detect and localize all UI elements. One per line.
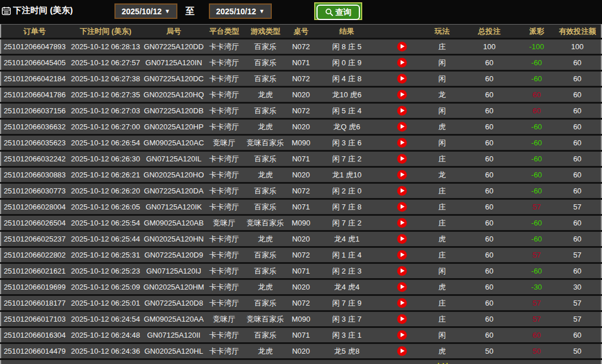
date-to-select[interactable]: 2025/10/12 ▼ (209, 3, 272, 19)
table-row: 2510120660252372025-10-12 06:25:44GN0202… (1, 231, 601, 247)
play-button[interactable] (397, 42, 407, 52)
date-from-value: 2025/10/12 (122, 7, 162, 16)
column-header-order: 订单号 (1, 25, 68, 39)
table-row: 2510120660322422025-10-12 06:26:30GN0712… (1, 151, 601, 167)
cell-bet: 庄 (425, 183, 459, 199)
cell-game: 百家乐 (244, 199, 287, 215)
cell-valid-bet: 60 (554, 231, 601, 247)
play-button[interactable] (397, 266, 407, 276)
cell-platform: 卡卡湾厅 (205, 343, 244, 359)
cell-platform: 卡卡湾厅 (205, 247, 244, 263)
cell-result: 龙10 虎6 (315, 87, 379, 103)
play-button[interactable] (397, 170, 407, 180)
cell-order: 251012066022802 (1, 247, 68, 263)
cell-table-no: N072 (287, 71, 315, 87)
play-button[interactable] (397, 346, 407, 356)
cell-total-bet: 60 (459, 231, 519, 247)
cell-bet: 龙 (425, 167, 459, 183)
cell-time: 2025-10-12 06:25:09 (68, 279, 142, 295)
cell-valid-bet: 60 (554, 87, 601, 103)
play-icon (401, 124, 405, 129)
play-button[interactable] (397, 58, 407, 68)
toolbar: 下注时间 (美东) 2025/10/12 ▼ 至 2025/10/12 ▼ 查询 (0, 0, 602, 24)
cell-summary-payout: -272 (520, 359, 554, 364)
cell-blank (1, 359, 425, 364)
cell-time: 2025-10-12 06:27:38 (68, 71, 142, 87)
column-header-payout: 派彩 (520, 25, 554, 39)
play-icon (401, 349, 405, 353)
table-row: 2510120660144792025-10-12 06:24:36GN0202… (1, 343, 601, 359)
cell-table-no: N072 (287, 103, 315, 119)
cell-play (379, 311, 425, 327)
cell-play (379, 135, 425, 151)
date-from-select[interactable]: 2025/10/12 ▼ (114, 3, 177, 19)
cell-table-no: N072 (287, 295, 315, 311)
table-row: 2510120660356232025-10-12 06:26:54GM0902… (1, 135, 601, 151)
cell-order: 251012066014479 (1, 343, 68, 359)
play-button[interactable] (397, 234, 407, 244)
cell-game: 百家乐 (244, 295, 287, 311)
cell-order: 251012066030773 (1, 183, 68, 199)
cell-order: 251012066032242 (1, 151, 68, 167)
cell-round: GN07225A120DD (142, 39, 204, 55)
cell-round: GN07225A120D9 (142, 247, 204, 263)
cell-order: 251012066021621 (1, 263, 68, 279)
play-button[interactable] (397, 154, 407, 164)
play-button[interactable] (397, 74, 407, 84)
cell-play (379, 247, 425, 263)
cell-round: GN02025A120HM (142, 279, 204, 295)
cell-result: 闲 1 庄 4 (315, 247, 379, 263)
play-button[interactable] (397, 122, 407, 132)
page-title: 下注时间 (美东) (13, 5, 73, 16)
cell-bet: 龙 (425, 87, 459, 103)
cell-valid-bet: 57 (554, 311, 601, 327)
play-button[interactable] (397, 314, 407, 324)
table-row: 2510120660228022025-10-12 06:25:31GN0722… (1, 247, 601, 263)
play-button[interactable] (397, 138, 407, 148)
cell-round: GN07225A120DB (142, 103, 204, 119)
cell-play (379, 279, 425, 295)
play-icon (401, 268, 405, 273)
cell-result: 闲 2 庄 3 (315, 263, 379, 279)
play-icon (401, 252, 405, 257)
query-button-inner: 查询 (316, 5, 360, 20)
cell-time: 2025-10-12 06:27:35 (68, 87, 142, 103)
play-button[interactable] (397, 330, 407, 340)
query-button[interactable]: 查询 (314, 2, 362, 20)
play-button[interactable] (397, 202, 407, 212)
cell-round: GN02025A120HO (142, 167, 204, 183)
cell-platform: 卡卡湾厅 (205, 39, 244, 55)
query-button-label: 查询 (335, 7, 351, 18)
play-button[interactable] (397, 218, 407, 228)
play-button[interactable] (397, 90, 407, 100)
cell-play (379, 183, 425, 199)
cell-platform: 卡卡湾厅 (205, 167, 244, 183)
cell-payout: -60 (520, 231, 554, 247)
cell-time: 2025-10-12 06:26:54 (68, 135, 142, 151)
play-icon (401, 333, 405, 337)
cell-platform: 卡卡湾厅 (205, 295, 244, 311)
page-title-wrap: 下注时间 (美东) (2, 5, 73, 16)
play-button[interactable] (397, 298, 407, 308)
cell-game: 竞咪百家乐 (244, 215, 287, 231)
cell-valid-bet: 57 (554, 247, 601, 263)
cell-play (379, 199, 425, 215)
cell-valid-bet: 60 (554, 151, 601, 167)
cell-order: 251012066016304 (1, 327, 68, 343)
table-row: 2510120660216212025-10-12 06:25:23GN0712… (1, 263, 601, 279)
play-button[interactable] (397, 186, 407, 196)
cell-play (379, 39, 425, 55)
cell-round: GM09025A120AC (142, 135, 204, 151)
play-button[interactable] (397, 250, 407, 260)
cell-time: 2025-10-12 06:27:57 (68, 55, 142, 71)
play-button[interactable] (397, 282, 407, 292)
table-row: 2510120660163042025-10-12 06:24:48GN0712… (1, 327, 601, 343)
cell-game: 龙虎 (244, 231, 287, 247)
column-header-total_bet: 总投注 (459, 25, 519, 39)
cell-table-no: M090 (287, 135, 315, 151)
column-header-platform: 平台类型 (205, 25, 244, 39)
cell-time: 2025-10-12 06:26:05 (68, 199, 142, 215)
cell-total-bet: 60 (459, 119, 519, 135)
play-button[interactable] (397, 106, 407, 116)
cell-valid-bet: 57 (554, 199, 601, 215)
